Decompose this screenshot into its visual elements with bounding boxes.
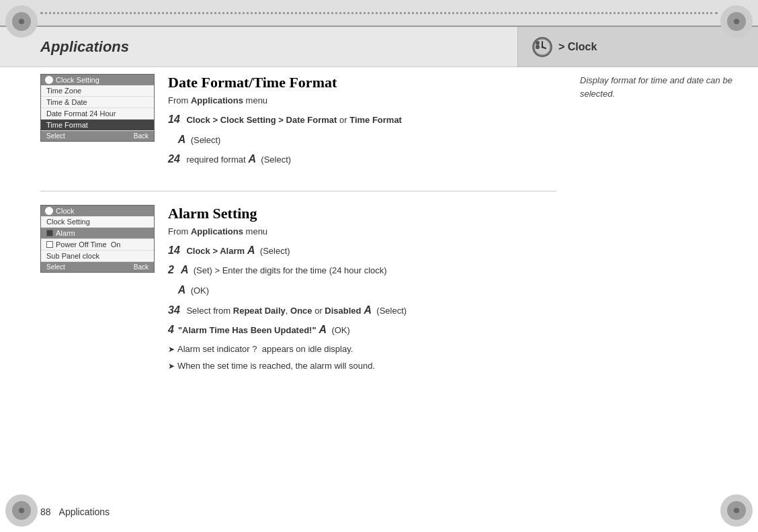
phone-screen-1-footer: Select Back bbox=[41, 131, 154, 141]
section-alarm: Clock Clock Setting Alarm Power Off Time… bbox=[40, 205, 556, 376]
corner-tr bbox=[720, 5, 753, 38]
section2-step1: 14 Clock > AlarmA (Select) bbox=[168, 242, 556, 259]
alarm-step1-a: A bbox=[247, 245, 255, 256]
phone-clock-icon-2 bbox=[45, 207, 53, 215]
phone-row-alarm: Alarm bbox=[41, 228, 154, 239]
arrow-2: ➤ bbox=[168, 361, 175, 371]
phone-row-dateformat: Date Format 24 Hour bbox=[41, 108, 154, 120]
step1a-a: A bbox=[178, 134, 186, 145]
header-left: Applications bbox=[0, 27, 517, 67]
section1-step1: 14 Clock > Clock Setting > Date Format o… bbox=[168, 111, 556, 128]
section-divider bbox=[40, 191, 556, 191]
alarm-step2-a: A bbox=[181, 264, 189, 275]
section2-step2: 2A (Set) > Enter the digits for the time… bbox=[168, 261, 556, 279]
phone-screen-2: Clock Clock Setting Alarm Power Off Time… bbox=[40, 205, 155, 273]
svg-point-5 bbox=[536, 41, 540, 45]
footer-label: Applications bbox=[59, 506, 110, 517]
alarm-label: Alarm bbox=[56, 229, 75, 237]
corner-bl-dot bbox=[19, 508, 24, 513]
phone-footer-2-select: Select bbox=[46, 263, 65, 271]
phone-row-clocksetting: Clock Setting bbox=[41, 216, 154, 228]
alarm-checkbox bbox=[46, 230, 53, 236]
corner-tr-inner bbox=[727, 12, 746, 31]
phone-footer-1-select: Select bbox=[46, 132, 65, 140]
phone-screenshot-1: Clock Setting Time Zone Time & Date Date… bbox=[40, 74, 155, 142]
arrow-1: ➤ bbox=[168, 345, 175, 354]
corner-tl bbox=[5, 5, 38, 38]
alarm-bullet1: ➤Alarm set indicator ? appears on idle d… bbox=[168, 343, 556, 357]
alarm-step3-num: 34 bbox=[168, 304, 180, 316]
phone-screen-2-title: Clock bbox=[56, 207, 75, 215]
phone-row-timeformat: Time Format bbox=[41, 120, 154, 131]
section2-text: Alarm Setting From Applications menu 14 … bbox=[168, 205, 556, 376]
alarm-row-inner: Alarm bbox=[46, 229, 149, 237]
page-title: Applications bbox=[40, 38, 129, 56]
svg-rect-6 bbox=[536, 45, 540, 49]
section2-step3: 34 Select from Repeat Daily, Once or Dis… bbox=[168, 302, 556, 319]
step2-num: 24 bbox=[168, 153, 180, 165]
phone-screen-1: Clock Setting Time Zone Time & Date Date… bbox=[40, 74, 155, 142]
section1-title: Date Format/Time Format bbox=[168, 74, 556, 91]
poweroff-checkbox bbox=[46, 241, 53, 248]
page-footer: 88 Applications bbox=[0, 492, 758, 532]
corner-tl-inner bbox=[12, 12, 31, 31]
alarm-step1-num: 14 bbox=[168, 245, 180, 256]
section1-text: Date Format/Time Format From Application… bbox=[168, 74, 556, 171]
header-right: > Clock bbox=[517, 27, 758, 67]
phone-footer-2-back: Back bbox=[134, 263, 149, 271]
content-area: Clock Setting Time Zone Time & Date Date… bbox=[40, 67, 758, 492]
phone-screenshot-2: Clock Clock Setting Alarm Power Off Time… bbox=[40, 205, 155, 273]
phone-row-subpanel: Sub Panel clock bbox=[41, 251, 154, 262]
corner-tr-dot bbox=[734, 19, 739, 24]
alarm-bullet2: ➤When the set time is reached, the alarm… bbox=[168, 359, 556, 373]
phone-screen-1-title: Clock Setting bbox=[56, 76, 99, 84]
step1-num: 14 bbox=[168, 114, 180, 125]
step2-a: A bbox=[249, 153, 257, 165]
section2-from: From Applications menu bbox=[168, 226, 556, 236]
phone-row-poweroff: Power Off Time On bbox=[41, 239, 154, 251]
svg-point-4 bbox=[542, 46, 544, 48]
alarm-step2ok-a: A bbox=[178, 284, 186, 296]
phone-footer-1-back: Back bbox=[134, 132, 149, 140]
corner-br-inner bbox=[727, 501, 746, 520]
sidebar-note: Display format for time and date can be … bbox=[580, 75, 732, 99]
phone-screen-1-header: Clock Setting bbox=[41, 75, 154, 85]
corner-br bbox=[720, 494, 753, 527]
main-content: Clock Setting Time Zone Time & Date Date… bbox=[40, 67, 570, 492]
section2-title: Alarm Setting bbox=[168, 205, 556, 222]
corner-br-dot bbox=[734, 508, 739, 513]
alarm-step4-num: 4 bbox=[168, 324, 174, 335]
section2-step4: 4"Alarm Time Has Been Updated!"A (OK) bbox=[168, 321, 556, 339]
phone-clock-icon bbox=[45, 76, 53, 84]
poweroff-row-inner: Power Off Time On bbox=[46, 240, 149, 249]
header-right-label: > Clock bbox=[558, 41, 597, 53]
clock-icon bbox=[532, 36, 553, 58]
page-number: 88 bbox=[40, 506, 51, 517]
phone-row-timezone: Time Zone bbox=[41, 85, 154, 97]
alarm-step2-num: 2 bbox=[168, 264, 174, 275]
dotted-line bbox=[40, 12, 718, 14]
section-date-format: Clock Setting Time Zone Time & Date Date… bbox=[40, 74, 556, 171]
corner-tl-dot bbox=[19, 19, 24, 24]
corner-bl-inner bbox=[12, 501, 31, 520]
phone-screen-2-footer: Select Back bbox=[41, 262, 154, 272]
corner-bl bbox=[5, 494, 38, 527]
poweroff-label: Power Off Time On bbox=[56, 240, 120, 249]
top-banner bbox=[0, 0, 758, 27]
phone-row-timedate: Time & Date bbox=[41, 97, 154, 108]
section2-step2ok: A (OK) bbox=[168, 281, 556, 299]
phone-screen-2-header: Clock bbox=[41, 206, 154, 216]
section1-from: From Applications menu bbox=[168, 95, 556, 105]
alarm-step4-a: A bbox=[319, 324, 327, 335]
right-sidebar: Display format for time and date can be … bbox=[570, 67, 758, 492]
alarm-step3-a: A bbox=[364, 304, 372, 316]
section1-step1a: A (Select) bbox=[168, 131, 556, 148]
section1-step2: 24 required formatA (Select) bbox=[168, 150, 556, 168]
